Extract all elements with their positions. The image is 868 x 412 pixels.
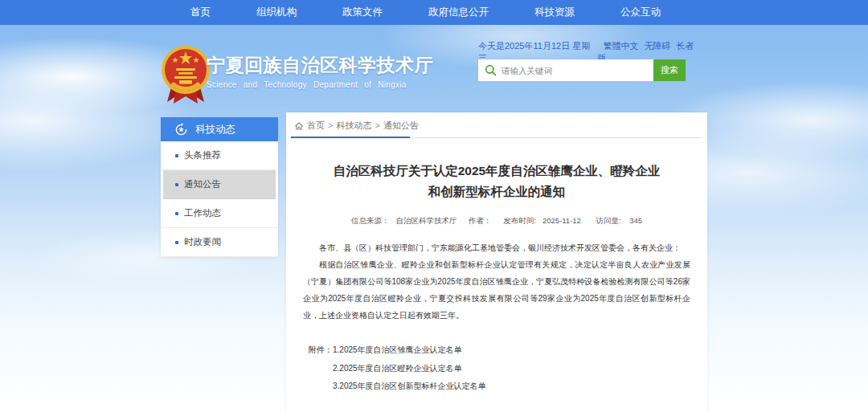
search-input[interactable] — [478, 59, 653, 81]
article-title-line1: 自治区科技厅关于认定2025年度自治区雏鹰企业、瞪羚企业 — [334, 164, 660, 177]
bullet-icon — [175, 183, 178, 186]
bullet-icon — [175, 241, 178, 244]
top-nav-list: 首页组织机构政策文件政府信息公开科技资源公众互动 — [0, 0, 868, 25]
header-right: 今天是2025年11月12日 星期三 繁體中文无障碍长者版 搜索 — [478, 40, 702, 81]
article-paragraph-0: 各市、县（区）科技管理部门，宁东能源化工基地管委会，银川经济技术开发区管委会，各… — [303, 239, 690, 256]
attachment-item-0[interactable]: 1.2025年度自治区雏鹰企业认定名单 — [333, 341, 486, 360]
sidebar-item-label: 时政要闻 — [184, 236, 221, 248]
sidebar-item-3[interactable]: 时政要闻 — [161, 228, 278, 257]
sidebar-item-2[interactable]: 工作动态 — [161, 199, 278, 228]
meta-author: 作者： — [469, 216, 492, 225]
sidebar-item-label: 头条推荐 — [184, 149, 221, 161]
breadcrumb-item-2[interactable]: 通知公告 — [383, 120, 419, 130]
sidebar-title: 科技动态 — [195, 123, 235, 137]
sidebar-item-label: 通知公告 — [184, 178, 221, 190]
meta-source: 信息来源：自治区科学技术厅 — [348, 216, 461, 225]
sidebar-header[interactable]: 科技动态 — [161, 117, 278, 141]
sidebar-list: 头条推荐通知公告工作动态时政要闻 — [161, 141, 278, 257]
breadcrumb-items: 首页 > 科技动态 > 通知公告 — [307, 120, 419, 132]
nav-item-5[interactable]: 公众互动 — [620, 0, 661, 25]
site-title-en: Science and Technology Department of Nin… — [207, 80, 440, 90]
main-content: 首页 > 科技动态 > 通知公告 自治区科技厅关于认定2025年度自治区雏鹰企业… — [286, 112, 707, 412]
top-nav: 首页组织机构政策文件政府信息公开科技资源公众互动 — [0, 0, 868, 25]
nav-item-4[interactable]: 科技资源 — [534, 0, 575, 25]
article-meta: 信息来源：自治区科学技术厅 作者： 发布时间:2025-11-12 访问量: 3… — [286, 216, 707, 226]
breadcrumb-item-1[interactable]: 科技动态 — [337, 120, 372, 130]
article-paragraph-1: 根据自治区雏鹰企业、瞪羚企业和创新型标杆企业认定管理有关规定，决定认定半亩良人农… — [303, 256, 690, 324]
article-title: 自治区科技厅关于认定2025年度自治区雏鹰企业、瞪羚企业 和创新型标杆企业的通知 — [302, 161, 691, 202]
home-icon — [294, 121, 304, 131]
breadcrumb-item-0[interactable]: 首页 — [307, 120, 325, 130]
meta-visits: 访问量: 345 — [592, 216, 645, 225]
breadcrumb-separator: > — [326, 120, 336, 130]
search-button[interactable]: 搜索 — [653, 59, 686, 81]
sidebar-item-0[interactable]: 头条推荐 — [161, 141, 278, 170]
attachments-block: 附件： 1.2025年度自治区雏鹰企业认定名单2.2025年度自治区瞪羚企业认定… — [286, 341, 707, 396]
circular-star-icon — [174, 123, 188, 137]
bullet-icon — [175, 212, 178, 215]
meta-time: 发布时间:2025-11-12 — [500, 216, 584, 225]
article-body: 各市、县（区）科技管理部门，宁东能源化工基地管委会，银川经济技术开发区管委会，各… — [286, 239, 707, 324]
article-title-line2: 和创新型标杆企业的通知 — [428, 185, 566, 198]
national-emblem-logo — [159, 44, 212, 107]
search-icon — [485, 64, 497, 76]
site-title-block: 宁夏回族自治区科学技术厅 Science and Technology Depa… — [207, 53, 440, 90]
nav-item-3[interactable]: 政府信息公开 — [428, 0, 489, 25]
sidebar-item-1[interactable]: 通知公告 — [163, 170, 276, 199]
nav-item-0[interactable]: 首页 — [190, 0, 211, 25]
nav-item-2[interactable]: 政策文件 — [342, 0, 383, 25]
nav-item-1[interactable]: 组织机构 — [256, 0, 297, 25]
attachment-item-1[interactable]: 2.2025年度自治区瞪羚企业认定名单 — [333, 360, 486, 378]
attachment-item-2[interactable]: 3.2025年度自治区创新型标杆企业认定名单 — [333, 377, 486, 396]
sidebar: 科技动态 头条推荐通知公告工作动态时政要闻 — [161, 117, 278, 257]
breadcrumb: 首页 > 科技动态 > 通知公告 — [291, 112, 702, 138]
quick-link-0[interactable]: 繁體中文 — [603, 41, 638, 51]
page: 首页组织机构政策文件政府信息公开科技资源公众互动 宁夏回族自治区科学技术厅 Sc… — [0, 0, 868, 412]
attachments-label: 附件： — [309, 341, 333, 360]
search-bar: 搜索 — [478, 59, 686, 81]
attachment-list: 1.2025年度自治区雏鹰企业认定名单2.2025年度自治区瞪羚企业认定名单3.… — [333, 341, 486, 396]
quick-link-1[interactable]: 无障碍 — [644, 41, 670, 51]
quick-links: 繁體中文无障碍长者版 — [597, 40, 702, 52]
date-text: 今天是2025年11月12日 星期三 — [478, 40, 597, 52]
breadcrumb-separator: > — [373, 120, 383, 130]
sidebar-item-label: 工作动态 — [184, 207, 221, 219]
site-title: 宁夏回族自治区科学技术厅 — [207, 53, 440, 77]
bullet-icon — [175, 154, 178, 157]
